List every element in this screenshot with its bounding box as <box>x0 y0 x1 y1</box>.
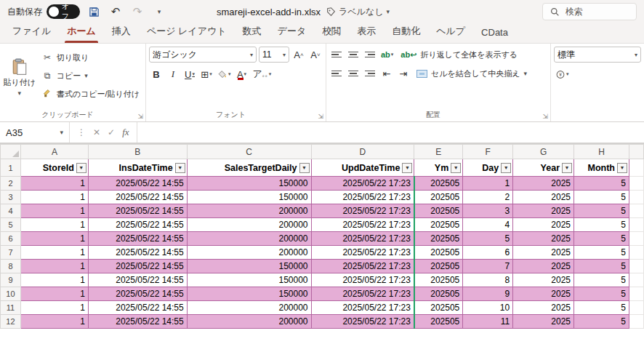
column-header-B[interactable]: B <box>88 145 187 159</box>
cell-E8[interactable]: 202505 <box>414 260 463 273</box>
cancel-entry-icon[interactable]: ✕ <box>93 127 100 137</box>
cell-C12[interactable]: 200000 <box>187 315 311 329</box>
table-header-cell-Year[interactable]: Year▼ <box>513 159 574 177</box>
cell-D12[interactable]: 2025/05/22 17:23 <box>311 315 414 329</box>
column-header-partial[interactable] <box>629 145 643 159</box>
cell-A10[interactable]: 1 <box>20 287 88 301</box>
column-header-E[interactable]: E <box>414 145 463 159</box>
insert-function-button[interactable]: fx <box>122 127 129 138</box>
sensitivity-label-button[interactable]: ラベルなし ▾ <box>326 6 390 18</box>
cell-A11[interactable]: 1 <box>20 301 88 315</box>
empty-cell[interactable] <box>629 218 643 232</box>
orientation-button[interactable]: ab▾ <box>379 47 395 63</box>
cell-F6[interactable]: 5 <box>463 232 513 246</box>
cell-B12[interactable]: 2025/05/22 14:55 <box>88 315 187 329</box>
row-number-8[interactable]: 8 <box>1 260 21 273</box>
underline-button[interactable]: U▾ <box>182 66 197 82</box>
cell-G12[interactable]: 2025 <box>513 315 574 329</box>
tab-file[interactable]: ファイル <box>4 22 59 43</box>
cell-B7[interactable]: 2025/05/22 14:55 <box>88 246 187 260</box>
cell-D10[interactable]: 2025/05/22 17:23 <box>311 287 414 301</box>
tab-automate[interactable]: 自動化 <box>384 22 428 43</box>
cell-D8[interactable]: 2025/05/22 17:23 <box>311 260 414 273</box>
cell-H4[interactable]: 5 <box>574 204 629 218</box>
cell-H5[interactable]: 5 <box>574 218 629 232</box>
table-header-cell-Day[interactable]: Day▼ <box>463 159 513 177</box>
cell-A4[interactable]: 1 <box>20 204 88 218</box>
cell-H12[interactable]: 5 <box>574 315 629 329</box>
cell-D5[interactable]: 2025/05/22 17:23 <box>311 218 414 232</box>
cell-E4[interactable]: 202505 <box>414 204 463 218</box>
cell-F9[interactable]: 8 <box>463 273 513 287</box>
empty-cell[interactable] <box>629 301 643 315</box>
cell-B11[interactable]: 2025/05/22 14:55 <box>88 301 187 315</box>
font-size-combo[interactable]: 11 ▾ <box>259 47 289 63</box>
cell-F10[interactable]: 9 <box>463 287 513 301</box>
increase-indent-button[interactable]: ⇥ <box>396 65 411 81</box>
row-number-11[interactable]: 11 <box>1 301 21 315</box>
confirm-entry-icon[interactable]: ✓ <box>108 127 115 137</box>
column-header-H[interactable]: H <box>574 145 629 159</box>
font-name-combo[interactable]: 游ゴシック ▾ <box>149 47 257 63</box>
tab-view[interactable]: 表示 <box>349 22 384 43</box>
cell-F7[interactable]: 6 <box>463 246 513 260</box>
cell-E9[interactable]: 202505 <box>414 273 463 287</box>
cell-C8[interactable]: 150000 <box>187 260 311 273</box>
cell-C7[interactable]: 200000 <box>187 246 311 260</box>
cell-A12[interactable]: 1 <box>20 315 88 329</box>
cell-G9[interactable]: 2025 <box>513 273 574 287</box>
cell-D4[interactable]: 2025/05/22 17:23 <box>311 204 414 218</box>
empty-cell[interactable] <box>629 273 643 287</box>
cell-E2[interactable]: 202505 <box>414 177 463 191</box>
cell-G8[interactable]: 2025 <box>513 260 574 273</box>
name-box-drag-handle-icon[interactable]: ⋮ <box>77 127 86 137</box>
cell-E12[interactable]: 202505 <box>414 315 463 329</box>
borders-button[interactable]: ⊞▾ <box>199 66 214 82</box>
decrease-indent-button[interactable]: ⇤ <box>379 65 394 81</box>
filter-dropdown-button[interactable]: ▼ <box>451 163 461 173</box>
cell-D6[interactable]: 2025/05/22 17:23 <box>311 232 414 246</box>
autosave-toggle[interactable]: オフ <box>47 4 80 19</box>
cell-E3[interactable]: 202505 <box>414 191 463 204</box>
tab-home[interactable]: ホーム <box>59 22 104 43</box>
cell-G3[interactable]: 2025 <box>513 191 574 204</box>
cell-G5[interactable]: 2025 <box>513 218 574 232</box>
search-input[interactable]: 検索 <box>542 3 637 20</box>
cell-E11[interactable]: 202505 <box>414 301 463 315</box>
empty-cell[interactable] <box>629 159 643 177</box>
cell-F3[interactable]: 2 <box>463 191 513 204</box>
cell-H11[interactable]: 5 <box>574 301 629 315</box>
cell-H9[interactable]: 5 <box>574 273 629 287</box>
column-header-D[interactable]: D <box>311 145 414 159</box>
row-number-3[interactable]: 3 <box>1 191 21 204</box>
filter-dropdown-button[interactable]: ▼ <box>402 163 412 173</box>
cell-C10[interactable]: 150000 <box>187 287 311 301</box>
cell-G11[interactable]: 2025 <box>513 301 574 315</box>
cell-B2[interactable]: 2025/05/22 14:55 <box>88 177 187 191</box>
cell-F11[interactable]: 10 <box>463 301 513 315</box>
paste-button[interactable]: 貼り付け ▾ <box>3 47 36 108</box>
cell-C5[interactable]: 200000 <box>187 218 311 232</box>
cell-H10[interactable]: 5 <box>574 287 629 301</box>
select-all-corner[interactable] <box>1 145 21 159</box>
italic-button[interactable]: I <box>166 66 180 82</box>
empty-cell[interactable] <box>629 204 643 218</box>
cell-G2[interactable]: 2025 <box>513 177 574 191</box>
cell-B3[interactable]: 2025/05/22 14:55 <box>88 191 187 204</box>
formula-input[interactable] <box>137 122 644 143</box>
cell-E10[interactable]: 202505 <box>414 287 463 301</box>
cell-F12[interactable]: 11 <box>463 315 513 329</box>
cell-F2[interactable]: 1 <box>463 177 513 191</box>
cell-C6[interactable]: 200000 <box>187 232 311 246</box>
row-number-9[interactable]: 9 <box>1 273 21 287</box>
table-header-cell-Ym[interactable]: Ym▼ <box>414 159 463 177</box>
cell-A5[interactable]: 1 <box>20 218 88 232</box>
cell-B6[interactable]: 2025/05/22 14:55 <box>88 232 187 246</box>
row-number-5[interactable]: 5 <box>1 218 21 232</box>
filter-dropdown-button[interactable]: ▼ <box>501 163 511 173</box>
wrap-text-button[interactable]: ab↩ 折り返して全体を表示する <box>397 47 521 63</box>
table-header-cell-InsDateTime[interactable]: InsDateTime▼ <box>88 159 187 177</box>
table-header-cell-UpdDateTime[interactable]: UpdDateTime▼ <box>311 159 414 177</box>
empty-cell[interactable] <box>629 191 643 204</box>
cell-A6[interactable]: 1 <box>20 232 88 246</box>
